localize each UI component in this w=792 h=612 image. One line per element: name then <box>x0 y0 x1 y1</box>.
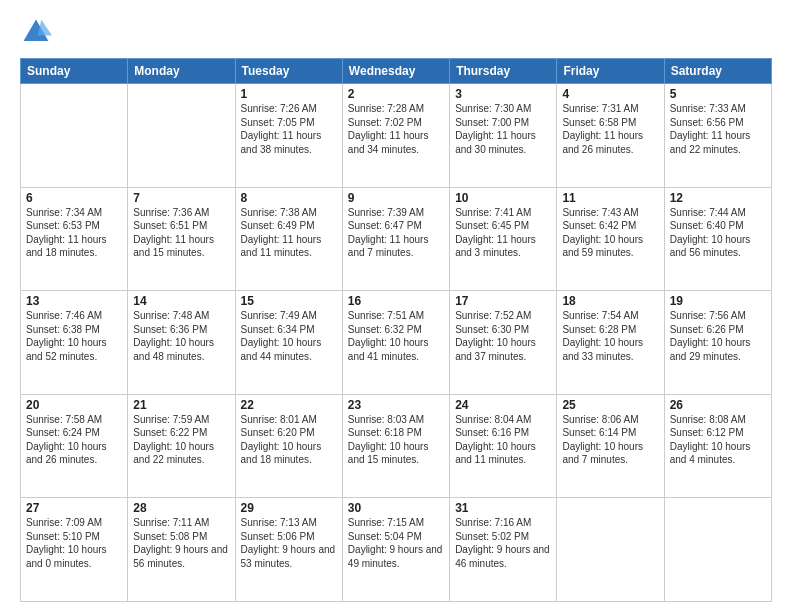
day-cell: 7Sunrise: 7:36 AMSunset: 6:51 PMDaylight… <box>128 187 235 291</box>
sunrise-text: Sunrise: 8:08 AM <box>670 414 746 425</box>
sunrise-text: Sunrise: 7:15 AM <box>348 517 424 528</box>
cell-content: Sunrise: 7:38 AMSunset: 6:49 PMDaylight:… <box>241 206 337 260</box>
sunset-text: Sunset: 6:38 PM <box>26 324 100 335</box>
week-row-2: 6Sunrise: 7:34 AMSunset: 6:53 PMDaylight… <box>21 187 772 291</box>
daylight-text: Daylight: 11 hours and 22 minutes. <box>670 130 751 155</box>
day-cell: 4Sunrise: 7:31 AMSunset: 6:58 PMDaylight… <box>557 84 664 188</box>
day-cell: 23Sunrise: 8:03 AMSunset: 6:18 PMDayligh… <box>342 394 449 498</box>
day-cell: 11Sunrise: 7:43 AMSunset: 6:42 PMDayligh… <box>557 187 664 291</box>
cell-content: Sunrise: 7:39 AMSunset: 6:47 PMDaylight:… <box>348 206 444 260</box>
sunrise-text: Sunrise: 7:43 AM <box>562 207 638 218</box>
weekday-header-thursday: Thursday <box>450 59 557 84</box>
daylight-text: Daylight: 9 hours and 56 minutes. <box>133 544 228 569</box>
sunrise-text: Sunrise: 7:38 AM <box>241 207 317 218</box>
day-number: 16 <box>348 294 444 308</box>
sunrise-text: Sunrise: 8:06 AM <box>562 414 638 425</box>
sunrise-text: Sunrise: 7:48 AM <box>133 310 209 321</box>
sunrise-text: Sunrise: 7:28 AM <box>348 103 424 114</box>
day-cell: 14Sunrise: 7:48 AMSunset: 6:36 PMDayligh… <box>128 291 235 395</box>
cell-content: Sunrise: 7:26 AMSunset: 7:05 PMDaylight:… <box>241 102 337 156</box>
sunrise-text: Sunrise: 7:30 AM <box>455 103 531 114</box>
daylight-text: Daylight: 10 hours and 48 minutes. <box>133 337 214 362</box>
sunrise-text: Sunrise: 7:09 AM <box>26 517 102 528</box>
sunrise-text: Sunrise: 7:51 AM <box>348 310 424 321</box>
day-cell: 10Sunrise: 7:41 AMSunset: 6:45 PMDayligh… <box>450 187 557 291</box>
sunset-text: Sunset: 6:26 PM <box>670 324 744 335</box>
day-number: 18 <box>562 294 658 308</box>
sunset-text: Sunset: 6:24 PM <box>26 427 100 438</box>
day-cell: 3Sunrise: 7:30 AMSunset: 7:00 PMDaylight… <box>450 84 557 188</box>
week-row-3: 13Sunrise: 7:46 AMSunset: 6:38 PMDayligh… <box>21 291 772 395</box>
sunset-text: Sunset: 6:22 PM <box>133 427 207 438</box>
cell-content: Sunrise: 7:44 AMSunset: 6:40 PMDaylight:… <box>670 206 766 260</box>
day-cell: 20Sunrise: 7:58 AMSunset: 6:24 PMDayligh… <box>21 394 128 498</box>
day-cell: 22Sunrise: 8:01 AMSunset: 6:20 PMDayligh… <box>235 394 342 498</box>
cell-content: Sunrise: 7:56 AMSunset: 6:26 PMDaylight:… <box>670 309 766 363</box>
daylight-text: Daylight: 10 hours and 11 minutes. <box>455 441 536 466</box>
sunset-text: Sunset: 6:47 PM <box>348 220 422 231</box>
cell-content: Sunrise: 8:03 AMSunset: 6:18 PMDaylight:… <box>348 413 444 467</box>
sunset-text: Sunset: 6:42 PM <box>562 220 636 231</box>
day-cell: 6Sunrise: 7:34 AMSunset: 6:53 PMDaylight… <box>21 187 128 291</box>
day-cell: 25Sunrise: 8:06 AMSunset: 6:14 PMDayligh… <box>557 394 664 498</box>
cell-content: Sunrise: 7:09 AMSunset: 5:10 PMDaylight:… <box>26 516 122 570</box>
day-number: 1 <box>241 87 337 101</box>
sunrise-text: Sunrise: 7:49 AM <box>241 310 317 321</box>
sunrise-text: Sunrise: 7:31 AM <box>562 103 638 114</box>
daylight-text: Daylight: 10 hours and 29 minutes. <box>670 337 751 362</box>
daylight-text: Daylight: 11 hours and 26 minutes. <box>562 130 643 155</box>
sunset-text: Sunset: 5:04 PM <box>348 531 422 542</box>
sunrise-text: Sunrise: 7:11 AM <box>133 517 209 528</box>
cell-content: Sunrise: 7:58 AMSunset: 6:24 PMDaylight:… <box>26 413 122 467</box>
cell-content: Sunrise: 8:06 AMSunset: 6:14 PMDaylight:… <box>562 413 658 467</box>
day-number: 7 <box>133 191 229 205</box>
weekday-header-sunday: Sunday <box>21 59 128 84</box>
day-number: 14 <box>133 294 229 308</box>
daylight-text: Daylight: 9 hours and 46 minutes. <box>455 544 550 569</box>
week-row-5: 27Sunrise: 7:09 AMSunset: 5:10 PMDayligh… <box>21 498 772 602</box>
sunrise-text: Sunrise: 8:03 AM <box>348 414 424 425</box>
weekday-header-friday: Friday <box>557 59 664 84</box>
sunset-text: Sunset: 7:02 PM <box>348 117 422 128</box>
day-number: 15 <box>241 294 337 308</box>
cell-content: Sunrise: 7:51 AMSunset: 6:32 PMDaylight:… <box>348 309 444 363</box>
daylight-text: Daylight: 11 hours and 38 minutes. <box>241 130 322 155</box>
daylight-text: Daylight: 11 hours and 11 minutes. <box>241 234 322 259</box>
daylight-text: Daylight: 11 hours and 18 minutes. <box>26 234 107 259</box>
sunset-text: Sunset: 6:51 PM <box>133 220 207 231</box>
day-number: 29 <box>241 501 337 515</box>
sunrise-text: Sunrise: 7:26 AM <box>241 103 317 114</box>
cell-content: Sunrise: 7:33 AMSunset: 6:56 PMDaylight:… <box>670 102 766 156</box>
sunset-text: Sunset: 6:49 PM <box>241 220 315 231</box>
cell-content: Sunrise: 7:11 AMSunset: 5:08 PMDaylight:… <box>133 516 229 570</box>
sunrise-text: Sunrise: 8:04 AM <box>455 414 531 425</box>
day-number: 10 <box>455 191 551 205</box>
logo <box>20 16 54 48</box>
cell-content: Sunrise: 7:48 AMSunset: 6:36 PMDaylight:… <box>133 309 229 363</box>
daylight-text: Daylight: 10 hours and 26 minutes. <box>26 441 107 466</box>
sunrise-text: Sunrise: 7:13 AM <box>241 517 317 528</box>
daylight-text: Daylight: 10 hours and 0 minutes. <box>26 544 107 569</box>
cell-content: Sunrise: 7:16 AMSunset: 5:02 PMDaylight:… <box>455 516 551 570</box>
weekday-header-saturday: Saturday <box>664 59 771 84</box>
calendar-page: SundayMondayTuesdayWednesdayThursdayFrid… <box>0 0 792 612</box>
sunrise-text: Sunrise: 7:52 AM <box>455 310 531 321</box>
sunset-text: Sunset: 6:30 PM <box>455 324 529 335</box>
day-cell: 30Sunrise: 7:15 AMSunset: 5:04 PMDayligh… <box>342 498 449 602</box>
day-number: 31 <box>455 501 551 515</box>
cell-content: Sunrise: 7:46 AMSunset: 6:38 PMDaylight:… <box>26 309 122 363</box>
cell-content: Sunrise: 7:31 AMSunset: 6:58 PMDaylight:… <box>562 102 658 156</box>
sunrise-text: Sunrise: 8:01 AM <box>241 414 317 425</box>
daylight-text: Daylight: 9 hours and 49 minutes. <box>348 544 443 569</box>
day-number: 3 <box>455 87 551 101</box>
day-cell <box>557 498 664 602</box>
day-number: 11 <box>562 191 658 205</box>
sunrise-text: Sunrise: 7:41 AM <box>455 207 531 218</box>
day-number: 8 <box>241 191 337 205</box>
sunset-text: Sunset: 6:18 PM <box>348 427 422 438</box>
sunrise-text: Sunrise: 7:56 AM <box>670 310 746 321</box>
cell-content: Sunrise: 7:30 AMSunset: 7:00 PMDaylight:… <box>455 102 551 156</box>
weekday-header-row: SundayMondayTuesdayWednesdayThursdayFrid… <box>21 59 772 84</box>
daylight-text: Daylight: 11 hours and 30 minutes. <box>455 130 536 155</box>
day-number: 28 <box>133 501 229 515</box>
